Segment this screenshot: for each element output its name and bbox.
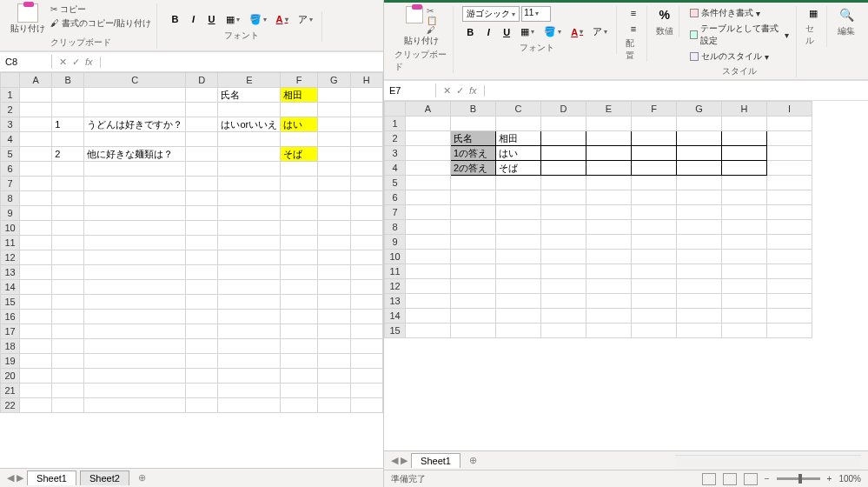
h-scrollbar[interactable] [675, 455, 861, 467]
row-header[interactable]: 21 [1, 384, 20, 398]
col-header[interactable]: I [767, 102, 812, 117]
cell[interactable] [722, 190, 767, 205]
enter-icon[interactable]: ✓ [456, 85, 464, 97]
zoom-level[interactable]: 100% [838, 474, 861, 484]
cell[interactable] [722, 161, 767, 176]
cell[interactable] [350, 162, 382, 177]
cell[interactable] [20, 177, 52, 191]
row-header[interactable]: 3 [385, 146, 406, 161]
col-header[interactable]: C [496, 102, 541, 117]
cell[interactable] [632, 324, 677, 338]
row-header[interactable]: 18 [1, 339, 20, 354]
cell[interactable] [496, 250, 541, 264]
cell[interactable]: 1の答え [451, 146, 496, 161]
cell[interactable] [406, 264, 451, 279]
cell[interactable] [632, 220, 677, 235]
cell[interactable] [632, 190, 677, 205]
cell[interactable] [586, 117, 632, 131]
col-header[interactable]: A [406, 102, 451, 117]
cell[interactable] [52, 369, 84, 384]
cell[interactable] [84, 250, 186, 265]
add-sheet-button[interactable]: ⊕ [464, 455, 482, 466]
cell[interactable] [350, 384, 382, 398]
cell[interactable] [281, 295, 318, 310]
cell[interactable] [318, 177, 351, 191]
cell[interactable] [218, 103, 281, 117]
cell[interactable] [350, 88, 382, 103]
cell[interactable] [677, 235, 722, 250]
cell[interactable] [186, 117, 218, 132]
cell[interactable] [20, 132, 52, 147]
phonetic-button[interactable]: ア [295, 11, 316, 28]
cell[interactable] [677, 294, 722, 309]
cell[interactable] [632, 146, 677, 161]
cell[interactable] [218, 162, 281, 177]
cell[interactable] [52, 250, 84, 265]
cell[interactable] [586, 324, 632, 338]
cell[interactable] [318, 117, 351, 132]
cell[interactable] [767, 117, 812, 131]
cell[interactable] [218, 384, 281, 398]
cell[interactable] [451, 294, 496, 309]
cell[interactable]: 氏名 [451, 131, 496, 146]
cell[interactable] [84, 103, 186, 117]
cell[interactable] [496, 235, 541, 250]
cell[interactable] [350, 295, 382, 310]
cell[interactable] [677, 250, 722, 264]
cell[interactable] [318, 280, 351, 295]
row-header[interactable]: 6 [385, 190, 406, 205]
italic-button[interactable]: I [186, 11, 202, 28]
italic-button[interactable]: I [480, 23, 496, 40]
cell[interactable] [318, 324, 351, 339]
cell[interactable] [722, 117, 767, 131]
paste-icon[interactable] [406, 6, 423, 23]
cell[interactable] [350, 132, 382, 147]
col-header[interactable]: D [186, 73, 218, 88]
cell[interactable] [350, 221, 382, 236]
cell[interactable] [722, 235, 767, 250]
row-header[interactable]: 9 [385, 235, 406, 250]
cell[interactable] [541, 161, 586, 176]
tab-sheet1[interactable]: Sheet1 [411, 453, 461, 468]
cell[interactable] [52, 88, 84, 103]
cell[interactable] [451, 250, 496, 264]
cell[interactable] [186, 339, 218, 354]
name-box[interactable]: E7 [384, 83, 436, 97]
cell[interactable] [20, 206, 52, 221]
row-header[interactable]: 17 [1, 324, 20, 339]
cell[interactable] [281, 280, 318, 295]
cell[interactable] [632, 294, 677, 309]
cell[interactable] [541, 250, 586, 264]
cond-format-button[interactable]: 条件付き書式 ▾ [688, 6, 791, 20]
border-button[interactable]: ▦ [517, 23, 538, 40]
col-header[interactable]: F [632, 102, 677, 117]
row-header[interactable]: 3 [1, 117, 20, 132]
cell[interactable] [318, 88, 351, 103]
cell[interactable] [496, 309, 541, 324]
cell[interactable] [406, 294, 451, 309]
fill-color-button[interactable]: 🪣 [540, 23, 565, 40]
cell[interactable] [318, 265, 351, 280]
cell[interactable]: はいorいいえ [218, 117, 281, 132]
zoom-out-button[interactable]: − [765, 474, 770, 484]
row-header[interactable]: 2 [1, 103, 20, 117]
col-header[interactable]: B [451, 102, 496, 117]
formula-input[interactable] [101, 60, 383, 63]
cell[interactable] [406, 131, 451, 146]
cell[interactable] [767, 235, 812, 250]
row-header[interactable]: 22 [1, 398, 20, 413]
cell[interactable] [281, 339, 318, 354]
cell[interactable] [350, 354, 382, 369]
cell[interactable] [350, 250, 382, 265]
cell[interactable] [218, 147, 281, 162]
cell[interactable] [318, 295, 351, 310]
cell[interactable] [451, 117, 496, 131]
add-sheet-button[interactable]: ⊕ [133, 472, 151, 484]
cell[interactable] [318, 398, 351, 413]
cell[interactable] [451, 324, 496, 338]
cell[interactable] [84, 265, 186, 280]
cell[interactable] [451, 235, 496, 250]
cell[interactable] [318, 221, 351, 236]
cell[interactable] [218, 191, 281, 206]
cell[interactable] [350, 339, 382, 354]
